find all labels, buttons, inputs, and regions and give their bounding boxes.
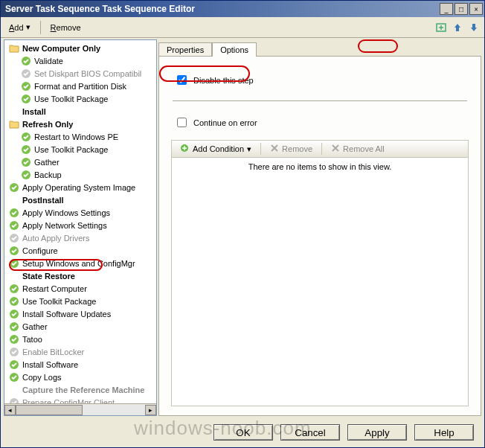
tree-item-label: New Computer Only	[22, 44, 156, 53]
tree-step[interactable]: Copy Logs	[4, 371, 156, 383]
close-button[interactable]: ×	[469, 3, 483, 15]
no-icon	[9, 271, 19, 281]
tree-item-label: Apply Operating System Image	[22, 183, 156, 192]
tree-step[interactable]: Use Toolkit Package	[4, 295, 156, 307]
disable-step-checkbox[interactable]	[177, 75, 187, 85]
add-condition-button[interactable]: Add Condition ▾	[176, 141, 254, 156]
tree-step[interactable]: Enable BitLocker	[4, 345, 156, 358]
task-tree[interactable]: New Computer OnlyValidateSet Diskpart BI…	[4, 39, 157, 416]
add-condition-label: Add Condition	[193, 144, 244, 153]
scroll-right-button[interactable]: ▸	[145, 405, 156, 415]
scroll-thumb[interactable]	[16, 405, 83, 415]
check-icon	[9, 321, 19, 332]
toolbar-separator	[321, 143, 322, 155]
tree-step[interactable]: Restart Computer	[4, 282, 156, 295]
tree-item-label: Use Toolkit Package	[22, 297, 156, 306]
tree-item-label: Prepare ConfigMgr Client	[22, 398, 156, 404]
tree-item-label: Restart to Windows PE	[34, 132, 156, 141]
dropdown-icon: ▾	[247, 144, 251, 154]
toolbar-separator	[260, 143, 261, 155]
tree-group[interactable]: Install	[4, 105, 156, 118]
check-icon	[9, 208, 19, 218]
tree-step[interactable]: Set Diskpart BIOS Compatibil	[4, 67, 156, 80]
help-button[interactable]: Help	[414, 424, 474, 441]
continue-on-error-row[interactable]: Continue on error	[174, 115, 469, 129]
check-icon	[9, 309, 19, 319]
tree-step[interactable]: Use Toolkit Package	[4, 92, 156, 105]
right-pane: Properties Options Disable this step Con…	[158, 39, 481, 416]
tree-step[interactable]: Apply Windows Settings	[4, 206, 156, 219]
disable-step-row[interactable]: Disable this step	[171, 70, 469, 90]
new-group-icon[interactable]	[435, 22, 447, 33]
condition-toolbar: Add Condition ▾ Remove	[171, 140, 469, 158]
remove-button[interactable]: Remove	[47, 21, 85, 34]
tree-step[interactable]: Use Toolkit Package	[4, 143, 156, 156]
tree-item-label: Set Diskpart BIOS Compatibil	[34, 69, 156, 78]
tree-item-label: State Restore	[22, 272, 156, 281]
tree-step[interactable]: Format and Partition Disk	[4, 80, 156, 92]
tree-step[interactable]: Configure	[4, 244, 156, 257]
scroll-track[interactable]	[16, 405, 145, 415]
tree-step[interactable]: Backup	[4, 168, 156, 181]
tree-step[interactable]: Gather	[4, 320, 156, 333]
tree-group[interactable]: Refresh Only	[4, 118, 156, 130]
condition-list[interactable]: There are no items to show in this view.	[171, 158, 469, 406]
disabled-check-icon	[9, 347, 19, 357]
folder-icon	[9, 43, 19, 54]
ok-button[interactable]: OK	[213, 424, 273, 441]
tree-group[interactable]: New Computer Only	[4, 42, 156, 54]
tree-item-label: Validate	[34, 57, 156, 65]
options-panel: Disable this step Continue on error Add …	[158, 56, 481, 416]
tree-step[interactable]: Apply Network Settings	[4, 219, 156, 231]
minimize-button[interactable]: _	[440, 3, 453, 15]
check-icon	[9, 258, 19, 269]
tree-step[interactable]: Setup Windows and ConfigMgr	[4, 257, 156, 269]
move-up-icon[interactable]	[452, 22, 463, 33]
tree-step[interactable]: Validate	[4, 54, 156, 67]
continue-on-error-checkbox[interactable]	[177, 118, 187, 127]
check-icon	[9, 220, 19, 231]
tab-options[interactable]: Options	[212, 42, 257, 57]
task-sequence-editor-window: Server Task Sequence Task Sequence Edito…	[0, 0, 485, 448]
tree-step[interactable]: Apply Operating System Image	[4, 181, 156, 193]
tree-step[interactable]: Gather	[4, 156, 156, 168]
tab-properties[interactable]: Properties	[158, 42, 212, 57]
disable-step-label: Disable this step	[193, 76, 254, 85]
empty-list-text: There are no items to show in this view.	[248, 162, 392, 171]
tree-item-label: Apply Windows Settings	[22, 208, 156, 217]
scroll-left-button[interactable]: ◂	[4, 405, 16, 415]
check-icon	[9, 334, 19, 345]
remove-condition-button: Remove	[267, 142, 315, 156]
tree-step[interactable]: Restart to Windows PE	[4, 130, 156, 143]
tree-group[interactable]: PostInstall	[4, 193, 156, 206]
remove-all-button: Remove All	[328, 142, 388, 156]
horizontal-scrollbar[interactable]: ◂ ▸	[4, 403, 156, 415]
disabled-check-icon	[21, 68, 31, 79]
tree-item-label: Install	[22, 107, 156, 116]
button-bar: OK Cancel Apply Help	[1, 417, 484, 447]
tree-item-label: Use Toolkit Package	[34, 95, 156, 103]
apply-button[interactable]: Apply	[347, 424, 407, 441]
disabled-check-icon	[9, 397, 19, 404]
add-button[interactable]: Add ▾	[5, 20, 34, 34]
delete-icon	[331, 144, 340, 154]
tree-step[interactable]: Auto Apply Drivers	[4, 231, 156, 244]
tree-group[interactable]: State Restore	[4, 269, 156, 282]
toolbar-separator	[40, 21, 41, 34]
maximize-button[interactable]: □	[455, 3, 468, 15]
check-icon	[21, 144, 31, 155]
cancel-button[interactable]: Cancel	[280, 424, 340, 441]
tree-item-label: Gather	[22, 322, 156, 331]
tree-item-label: Enable BitLocker	[22, 348, 156, 356]
tree-group[interactable]: Capture the Reference Machine	[4, 383, 156, 396]
tree-step[interactable]: Prepare ConfigMgr Client	[4, 396, 156, 403]
tree-step[interactable]: Tatoo	[4, 333, 156, 345]
tree-step[interactable]: Install Software	[4, 358, 156, 371]
remove-condition-label: Remove	[282, 144, 312, 153]
tree-step[interactable]: Install Software Updates	[4, 307, 156, 320]
check-icon	[9, 284, 19, 294]
move-down-icon[interactable]	[468, 22, 480, 33]
check-icon	[21, 132, 31, 142]
check-icon	[9, 359, 19, 370]
delete-icon	[270, 144, 279, 154]
